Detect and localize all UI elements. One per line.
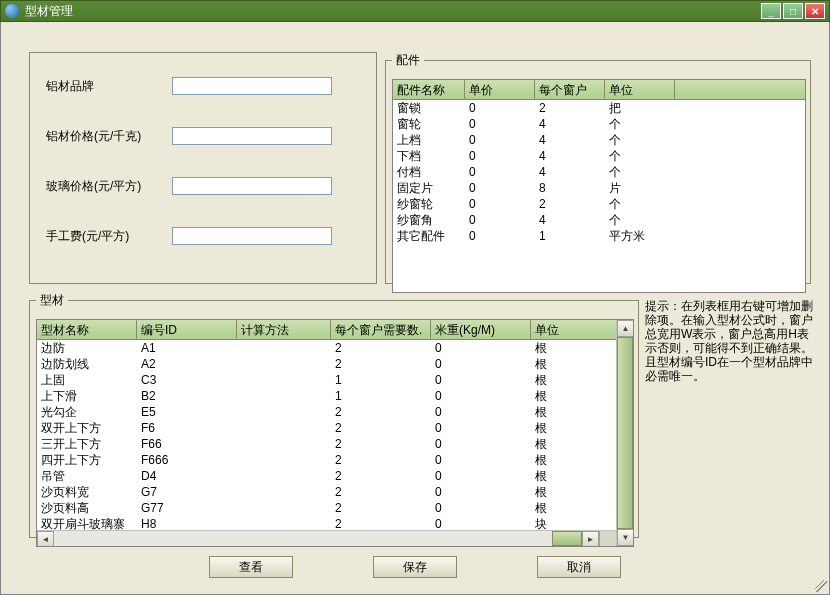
table-row[interactable]: 沙页料高G7720根 (37, 500, 616, 516)
inputs-group: 铝材品牌 铝材价格(元/千克) 玻璃价格(元/平方) 手工费(元/平方) (29, 52, 377, 284)
table-cell: 0 (431, 340, 531, 356)
parts-header[interactable]: 配件名称 单价 每个窗户 单位 (393, 80, 805, 100)
profiles-hscroll[interactable]: ◄ ► (37, 530, 616, 546)
table-cell (237, 452, 331, 468)
profiles-vscroll[interactable]: ▲ ▼ (616, 320, 633, 546)
labor-input[interactable] (172, 227, 332, 245)
view-button[interactable]: 查看 (209, 556, 293, 578)
table-cell: 8 (535, 180, 605, 196)
table-row[interactable]: 纱窗角04个 (393, 212, 805, 228)
profiles-col-calc[interactable]: 计算方法 (237, 320, 331, 339)
table-row[interactable]: 下档04个 (393, 148, 805, 164)
app-icon (5, 4, 19, 18)
table-cell: 上固 (37, 372, 137, 388)
table-cell: 个 (605, 196, 675, 212)
table-cell: 块 (531, 516, 616, 530)
maximize-button[interactable]: □ (783, 3, 803, 19)
table-row[interactable]: 纱窗轮02个 (393, 196, 805, 212)
table-cell: 沙页料高 (37, 500, 137, 516)
vscroll-down-icon[interactable]: ▼ (617, 529, 634, 546)
table-cell: 个 (605, 116, 675, 132)
table-cell: 光勾企 (37, 404, 137, 420)
table-cell: E5 (137, 404, 237, 420)
hscroll-right-icon[interactable]: ► (582, 531, 599, 546)
table-row[interactable]: 吊管D420根 (37, 468, 616, 484)
labor-label: 手工费(元/平方) (46, 228, 172, 245)
table-row[interactable]: 沙页料宽G720根 (37, 484, 616, 500)
table-row[interactable]: 边防A120根 (37, 340, 616, 356)
save-button[interactable]: 保存 (373, 556, 457, 578)
table-cell: 0 (465, 164, 535, 180)
table-cell: H8 (137, 516, 237, 530)
table-cell: 固定片 (393, 180, 465, 196)
table-cell: 0 (465, 180, 535, 196)
parts-col-price[interactable]: 单价 (465, 80, 535, 99)
profiles-col-id[interactable]: 编号ID (137, 320, 237, 339)
table-cell: 4 (535, 148, 605, 164)
titlebar[interactable]: 型材管理 _ □ ✕ (0, 0, 830, 22)
window-title: 型材管理 (25, 3, 759, 20)
table-cell: 下档 (393, 148, 465, 164)
table-row[interactable]: 付档04个 (393, 164, 805, 180)
minimize-button[interactable]: _ (761, 3, 781, 19)
profiles-col-per[interactable]: 每个窗户需要数. (331, 320, 431, 339)
hscroll-thumb[interactable] (552, 531, 582, 546)
table-row[interactable]: 边防划线A220根 (37, 356, 616, 372)
parts-col-per[interactable]: 每个窗户 (535, 80, 605, 99)
hscroll-left-icon[interactable]: ◄ (37, 531, 54, 546)
glass-price-input[interactable] (172, 177, 332, 195)
table-cell: 2 (331, 340, 431, 356)
table-row[interactable]: 三开上下方F6620根 (37, 436, 616, 452)
table-cell: 2 (331, 404, 431, 420)
resize-grip-icon[interactable] (815, 580, 827, 592)
table-cell: 根 (531, 356, 616, 372)
table-cell: 上下滑 (37, 388, 137, 404)
table-cell: 2 (331, 436, 431, 452)
brand-input[interactable] (172, 77, 332, 95)
cancel-button[interactable]: 取消 (537, 556, 621, 578)
table-cell (237, 516, 331, 530)
table-row[interactable]: 双开上下方F620根 (37, 420, 616, 436)
table-row[interactable]: 双开扇斗玻璃寨H820块 (37, 516, 616, 530)
table-cell: 四开上下方 (37, 452, 137, 468)
table-row[interactable]: 窗锁02把 (393, 100, 805, 116)
table-row[interactable]: 上下滑B210根 (37, 388, 616, 404)
table-row[interactable]: 其它配件01平方米 (393, 228, 805, 244)
table-cell: 4 (535, 212, 605, 228)
table-row[interactable]: 固定片08片 (393, 180, 805, 196)
table-cell: F666 (137, 452, 237, 468)
table-cell: 4 (535, 116, 605, 132)
profiles-col-unit[interactable]: 单位 (531, 320, 616, 339)
table-cell: 0 (431, 484, 531, 500)
table-cell: 双开上下方 (37, 420, 137, 436)
table-cell: 个 (605, 148, 675, 164)
table-cell: 个 (605, 164, 675, 180)
parts-listview[interactable]: 配件名称 单价 每个窗户 单位 窗锁02把窗轮04个上档04个下档04个付档04… (392, 79, 806, 293)
alu-price-input[interactable] (172, 127, 332, 145)
vscroll-thumb[interactable] (617, 337, 633, 529)
table-row[interactable]: 窗轮04个 (393, 116, 805, 132)
parts-col-unit[interactable]: 单位 (605, 80, 675, 99)
profiles-col-name[interactable]: 型材名称 (37, 320, 137, 339)
table-row[interactable]: 四开上下方F66620根 (37, 452, 616, 468)
parts-legend: 配件 (392, 52, 424, 69)
table-row[interactable]: 上档04个 (393, 132, 805, 148)
table-cell: 付档 (393, 164, 465, 180)
profiles-col-weight[interactable]: 米重(Kg/M) (431, 320, 531, 339)
profiles-listview[interactable]: 型材名称 编号ID 计算方法 每个窗户需要数. 米重(Kg/M) 单位 边防A1… (36, 319, 634, 547)
table-cell: C3 (137, 372, 237, 388)
table-cell (237, 388, 331, 404)
table-cell: 0 (431, 404, 531, 420)
vscroll-up-icon[interactable]: ▲ (617, 320, 634, 337)
table-row[interactable]: 光勾企E520根 (37, 404, 616, 420)
profiles-header[interactable]: 型材名称 编号ID 计算方法 每个窗户需要数. 米重(Kg/M) 单位 (37, 320, 616, 340)
table-row[interactable]: 上固C310根 (37, 372, 616, 388)
table-cell: 0 (465, 228, 535, 244)
table-cell (237, 340, 331, 356)
table-cell: 2 (535, 196, 605, 212)
table-cell: 0 (465, 212, 535, 228)
parts-group: 配件 配件名称 单价 每个窗户 单位 窗锁02把窗轮04个上档04个下档04个付… (385, 52, 811, 284)
parts-col-name[interactable]: 配件名称 (393, 80, 465, 99)
close-button[interactable]: ✕ (805, 3, 825, 19)
table-cell (237, 500, 331, 516)
